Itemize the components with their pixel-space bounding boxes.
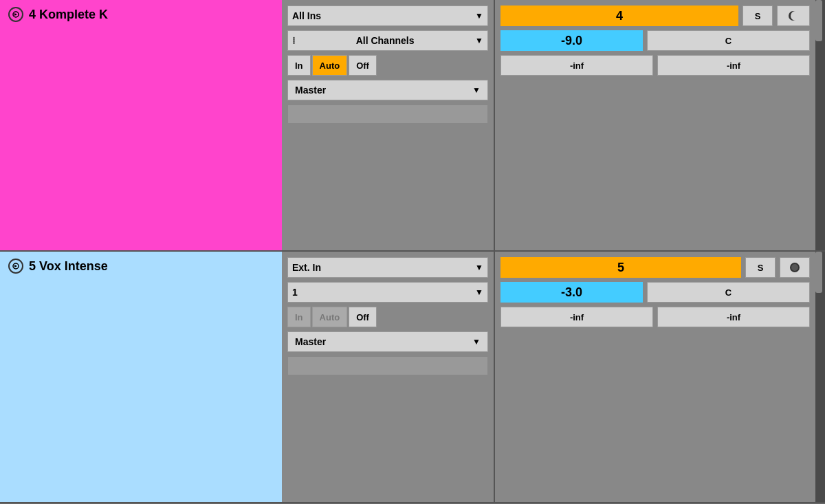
track-color-panel-2: 5 Vox Intense xyxy=(0,252,282,502)
scrollbar-col-2 xyxy=(815,252,825,502)
scrollbar-track-1[interactable] xyxy=(815,0,825,250)
main-container: 4 Komplete K All Ins ▼ ⁞ All Channels xyxy=(0,0,825,504)
track-name-1: 4 Komplete K xyxy=(29,8,108,22)
inf-left-2: -inf xyxy=(500,307,653,327)
monitor-off-btn-2[interactable]: Off xyxy=(349,307,377,327)
output-dropdown-arrow-1: ▼ xyxy=(472,85,481,95)
inf-right-2: -inf xyxy=(657,307,810,327)
monitor-in-btn-2[interactable]: In xyxy=(287,307,311,327)
input-row-2: Ext. In ▼ xyxy=(287,257,488,278)
scrollbar-thumb-1 xyxy=(815,0,822,41)
input-row-1: All Ins ▼ xyxy=(287,6,488,26)
channel-dropdown-arrow-2: ▼ xyxy=(475,287,483,297)
track-name-2: 5 Vox Intense xyxy=(29,259,108,274)
input-dropdown-1[interactable]: All Ins ▼ xyxy=(287,6,488,26)
svg-marker-5 xyxy=(14,265,17,267)
volume-display-1[interactable]: -9.0 xyxy=(500,30,643,51)
input-dropdown-arrow-2: ▼ xyxy=(475,263,483,272)
volume-display-2[interactable]: -3.0 xyxy=(500,282,643,303)
track-header-2: 5 Vox Intense xyxy=(8,259,108,274)
input-dropdown-arrow-1: ▼ xyxy=(475,11,483,21)
circle-icon-2 xyxy=(790,263,800,272)
monitor-row-2: In Auto Off xyxy=(287,307,488,327)
svg-marker-1 xyxy=(14,13,17,16)
empty-bar-1 xyxy=(287,105,488,124)
track-controls-2: Ext. In ▼ 1 ▼ In Auto Off xyxy=(282,252,495,502)
output-dropdown-arrow-2: ▼ xyxy=(472,337,481,347)
collapse-btn-2[interactable] xyxy=(8,259,23,274)
channel-dropdown-arrow-1: ▼ xyxy=(475,36,483,45)
metrics-row-number-1: 4 S xyxy=(500,6,810,26)
scrollbar-track-2[interactable] xyxy=(815,252,825,502)
scrollbar-thumb-2 xyxy=(815,252,822,293)
track-metrics-2: 5 S -3.0 C -inf -inf xyxy=(495,252,815,502)
input-dropdown-label-2: Ext. In xyxy=(292,262,321,273)
track-row-wrapper-2: 5 Vox Intense Ext. In ▼ 1 ▼ xyxy=(0,252,815,502)
monitor-auto-btn-1[interactable]: Auto xyxy=(312,55,348,76)
metrics-row-volume-2: -3.0 C xyxy=(500,282,810,303)
track-controls-1: All Ins ▼ ⁞ All Channels ▼ In xyxy=(282,0,495,250)
output-dropdown-label-2: Master xyxy=(295,336,326,347)
pan-display-2[interactable]: C xyxy=(647,282,810,303)
channel-dropdown-label-2: 1 xyxy=(292,287,298,298)
channel-row-1: ⁞ All Channels ▼ xyxy=(287,30,488,51)
monitor-auto-btn-2[interactable]: Auto xyxy=(312,307,348,327)
inf-right-1: -inf xyxy=(657,55,810,76)
input-dropdown-2[interactable]: Ext. In ▼ xyxy=(287,257,488,278)
output-row-1: Master ▼ xyxy=(287,80,488,100)
metrics-row-volume-1: -9.0 C xyxy=(500,30,810,51)
channel-row-2: 1 ▼ xyxy=(287,282,488,303)
collapse-btn-1[interactable] xyxy=(8,7,23,22)
channel-dropdown-2[interactable]: 1 ▼ xyxy=(287,282,488,303)
track-row-2: 5 Vox Intense Ext. In ▼ 1 ▼ xyxy=(0,252,825,503)
output-row-2: Master ▼ xyxy=(287,331,488,352)
track-color-panel-1: 4 Komplete K xyxy=(0,0,282,250)
monitor-in-btn-1[interactable]: In xyxy=(287,55,311,76)
output-dropdown-label-1: Master xyxy=(295,85,326,96)
s-btn-2[interactable]: S xyxy=(745,257,776,278)
scrollbar-col-1 xyxy=(815,0,825,250)
monitor-off-btn-1[interactable]: Off xyxy=(349,55,377,76)
channel-dropdown-1[interactable]: ⁞ All Channels ▼ xyxy=(287,30,488,51)
output-dropdown-2[interactable]: Master ▼ xyxy=(287,331,488,352)
pan-display-1[interactable]: C xyxy=(647,30,810,51)
metrics-row-inf-1: -inf -inf xyxy=(500,55,810,76)
track-row-wrapper-1: 4 Komplete K All Ins ▼ ⁞ All Channels xyxy=(0,0,815,250)
output-dropdown-1[interactable]: Master ▼ xyxy=(287,80,488,100)
collapse-icon-1 xyxy=(12,11,19,18)
monitor-btn-group-1: In Auto Off xyxy=(287,55,377,76)
empty-bar-2 xyxy=(287,356,488,375)
s-btn-1[interactable]: S xyxy=(742,6,773,26)
metrics-row-inf-2: -inf -inf xyxy=(500,307,810,327)
collapse-icon-2 xyxy=(12,263,19,270)
dots-icon-1: ⁞ xyxy=(292,35,295,46)
track-metrics-1: 4 S -9.0 C -inf xyxy=(495,0,815,250)
channel-dropdown-label-1: All Channels xyxy=(356,35,415,46)
monitor-btn-group-2: In Auto Off xyxy=(287,307,377,327)
input-dropdown-label-1: All Ins xyxy=(292,10,321,21)
monitor-row-1: In Auto Off xyxy=(287,55,488,76)
track-number-display-2[interactable]: 5 xyxy=(500,257,741,278)
inf-left-1: -inf xyxy=(500,55,653,76)
track-header-1: 4 Komplete K xyxy=(8,7,108,22)
track-row-1: 4 Komplete K All Ins ▼ ⁞ All Channels xyxy=(0,0,825,252)
metrics-row-number-2: 5 S xyxy=(500,257,810,278)
circle-btn-2[interactable] xyxy=(780,257,810,278)
track-number-display-1[interactable]: 4 xyxy=(500,6,738,26)
half-moon-icon-1 xyxy=(787,10,800,22)
half-moon-btn-1[interactable] xyxy=(777,6,810,26)
